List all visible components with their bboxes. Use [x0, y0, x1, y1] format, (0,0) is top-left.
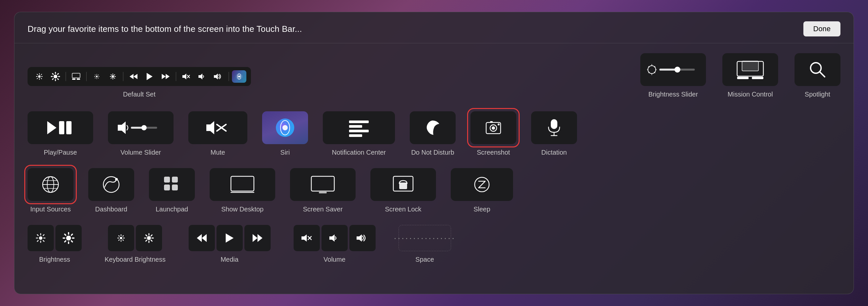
svg-rect-104 [164, 185, 170, 190]
do-not-disturb-label: Do Not Disturb [411, 149, 454, 156]
svg-line-132 [65, 241, 66, 242]
svg-rect-67 [752, 77, 763, 79]
svg-rect-108 [311, 176, 334, 191]
show-desktop-label: Show Desktop [221, 205, 264, 213]
siri-item[interactable]: Siri [262, 111, 308, 156]
svg-point-125 [66, 236, 71, 241]
svg-point-101 [115, 178, 118, 180]
ds-sep1 [66, 72, 66, 81]
volume-slider-item[interactable]: Volume Slider [108, 111, 174, 156]
dashboard-icon-box [88, 168, 134, 201]
play-pause-label: Play/Pause [43, 149, 77, 156]
svg-rect-19 [72, 79, 75, 80]
screenshot-icon-box [470, 111, 516, 144]
input-sources-label: Input Sources [30, 205, 70, 213]
row3: Input Sources Dashboard [28, 168, 840, 213]
dashboard-item[interactable]: Dashboard [88, 168, 134, 213]
svg-line-129 [71, 241, 72, 242]
screen-saver-icon-box [290, 168, 355, 201]
spotlight-item[interactable]: Spotlight [795, 53, 840, 98]
spotlight-label: Spotlight [805, 91, 830, 98]
svg-point-30 [112, 75, 114, 78]
mute-item[interactable]: Mute [188, 111, 247, 156]
svg-rect-103 [172, 177, 178, 183]
volume-group[interactable]: Volume [293, 225, 376, 263]
svg-line-38 [114, 75, 115, 75]
default-set-label: Default Set [123, 91, 155, 98]
svg-rect-86 [349, 134, 362, 137]
svg-point-143 [147, 236, 151, 240]
screen-lock-item[interactable]: Screen Lock [370, 168, 436, 213]
ds-ff-icon [158, 70, 173, 83]
mute-label: Mute [211, 149, 225, 156]
svg-line-148 [146, 235, 147, 236]
show-desktop-icon-box [210, 168, 275, 201]
svg-line-119 [37, 235, 38, 236]
media-rewind-icon-box [189, 225, 215, 251]
brightness-up-icon-box [56, 225, 82, 251]
touch-bar-panel: Drag your favorite items to the bottom o… [14, 12, 854, 294]
svg-line-3 [37, 74, 38, 75]
space-icon-box: ················ [399, 225, 451, 251]
row1-right: Brightness Slider Mission Control [640, 53, 840, 98]
dictation-item[interactable]: Dictation [531, 111, 577, 156]
kb-brightness-down-icon-box [108, 225, 134, 251]
kb-brightness-up-icon-box [136, 225, 162, 251]
brightness-slider-label: Brightness Slider [648, 91, 698, 98]
sleep-item[interactable]: Sleep [451, 168, 513, 213]
media-group[interactable]: Media [189, 225, 271, 263]
ds-kb-down-icon [90, 70, 104, 83]
svg-line-17 [58, 74, 58, 74]
svg-line-150 [146, 240, 147, 241]
svg-marker-43 [166, 74, 169, 79]
space-item[interactable]: ················ Space [399, 225, 451, 263]
keyboard-brightness-group[interactable]: Keyboard Brightness [105, 225, 166, 263]
volume-slider-icon-box [108, 111, 174, 144]
svg-rect-105 [172, 185, 178, 190]
svg-line-36 [114, 78, 115, 79]
svg-rect-84 [349, 125, 362, 128]
svg-marker-40 [130, 74, 133, 79]
svg-line-140 [123, 240, 124, 240]
svg-rect-18 [72, 73, 80, 78]
space-label: Space [415, 256, 434, 263]
notification-center-item[interactable]: Notification Center [323, 111, 395, 156]
volume-slider-label: Volume Slider [120, 149, 161, 156]
ds-brightness-up-icon [48, 70, 63, 83]
mission-control-icon-box [722, 53, 778, 86]
svg-line-16 [53, 79, 53, 80]
mission-control-item[interactable]: Mission Control [722, 53, 778, 98]
svg-marker-41 [147, 73, 153, 80]
input-sources-icon-box [28, 168, 73, 201]
ds-mute-icon [179, 70, 193, 83]
play-pause-item[interactable]: Play/Pause [28, 111, 93, 156]
brightness-slider-item[interactable]: Brightness Slider [640, 53, 706, 98]
screenshot-item[interactable]: Screenshot [470, 111, 516, 156]
brightness-group-label: Brightness [39, 256, 70, 263]
ds-kb-up-icon [105, 70, 120, 83]
svg-line-35 [111, 75, 112, 75]
spotlight-icon-box [795, 53, 840, 86]
svg-line-142 [123, 236, 124, 237]
sleep-label: Sleep [473, 205, 490, 213]
svg-line-37 [111, 78, 112, 79]
do-not-disturb-item[interactable]: Do Not Disturb [410, 111, 456, 156]
volume-up-icon-box [349, 225, 376, 251]
svg-point-134 [120, 237, 123, 239]
done-button[interactable]: Done [803, 21, 840, 36]
svg-marker-152 [202, 234, 207, 242]
svg-line-133 [71, 234, 72, 235]
svg-line-123 [37, 241, 38, 242]
launchpad-item[interactable]: Launchpad [149, 168, 195, 213]
kb-brightness-group-label: Keyboard Brightness [105, 256, 166, 263]
do-not-disturb-icon-box [410, 111, 456, 144]
screen-lock-label: Screen Lock [385, 205, 421, 213]
svg-rect-20 [77, 79, 80, 80]
show-desktop-item[interactable]: Show Desktop [210, 168, 275, 213]
row4: Brightness [28, 225, 840, 263]
screen-saver-item[interactable]: Screen Saver [290, 168, 355, 213]
space-dots: ················ [394, 233, 455, 243]
svg-line-7 [37, 78, 38, 79]
input-sources-item[interactable]: Input Sources [28, 168, 73, 213]
brightness-group[interactable]: Brightness [28, 225, 82, 263]
